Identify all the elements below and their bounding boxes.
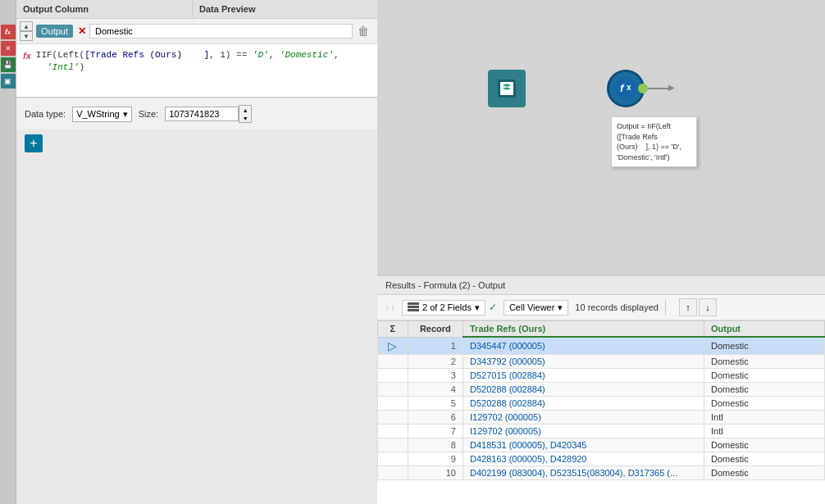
- table-row[interactable]: 8 D418531 (000005), D420345 Domestic: [378, 438, 825, 452]
- row-icon-cell: [378, 465, 408, 479]
- record-header: Record: [408, 321, 463, 338]
- row-icon-cell: [378, 382, 408, 396]
- record-number: 6: [408, 410, 463, 424]
- data-type-row: Data type: V_WString ▾ Size: ▲ ▼: [16, 98, 377, 129]
- record-number: 4: [408, 382, 463, 396]
- book-node-icon[interactable]: [488, 70, 526, 107]
- toolbar-dots: ⋮⋮: [384, 304, 395, 311]
- nav-down-btn[interactable]: ↓: [699, 298, 717, 316]
- formula-text[interactable]: IIF(Left([Trade Refs (Ours) ], 1) == 'D'…: [36, 49, 340, 75]
- nav-up-btn[interactable]: ↑: [679, 298, 697, 316]
- row-icon-cell: [378, 424, 408, 438]
- trade-refs-cell: D520288 (002884): [463, 396, 704, 410]
- divider: [665, 299, 666, 316]
- trade-refs-cell: I129702 (000005): [463, 410, 704, 424]
- tooltip-text: Output = IIF(Left ([Trade Refs (Ours) ],…: [617, 122, 681, 161]
- add-btn-row: +: [16, 129, 377, 157]
- output-cell: Domestic: [704, 452, 824, 465]
- row-icon-cell: [378, 410, 408, 424]
- output-header[interactable]: Output: [704, 321, 824, 338]
- table-row[interactable]: 6 I129702 (000005) Intl: [378, 410, 825, 424]
- checkmark-icon: ✓: [489, 302, 497, 313]
- records-count: 10 records displayed: [575, 302, 659, 312]
- data-type-label: Data type:: [25, 109, 66, 119]
- book-node[interactable]: [488, 70, 526, 107]
- table-row[interactable]: 4 D520288 (002884) Domestic: [378, 382, 825, 396]
- svg-rect-5: [408, 302, 419, 305]
- output-row: ▲ ▼ Output ✕ Domestic 🗑: [16, 19, 377, 44]
- formula-node-dot: [638, 84, 648, 93]
- delete-x[interactable]: ✕: [78, 25, 86, 37]
- output-label: Output: [36, 25, 73, 38]
- output-cell: Domestic: [704, 368, 824, 382]
- formula-node[interactable]: f x: [607, 70, 645, 107]
- data-type-select[interactable]: V_WString ▾: [72, 107, 132, 122]
- left-panel-header: Output Column Data Preview: [16, 0, 377, 19]
- table-row[interactable]: ▷ 1 D345447 (000005) Domestic: [378, 337, 825, 354]
- record-number: 2: [408, 354, 463, 368]
- cell-viewer-btn[interactable]: Cell Viewer ▾: [504, 300, 568, 316]
- output-cell: Intl: [704, 424, 824, 438]
- formula-node-outer: f x: [607, 70, 645, 107]
- left-sidebar: fx ✕ 💾 ▣: [0, 0, 16, 504]
- table-row[interactable]: 9 D428163 (000005), D428920 Domestic: [378, 452, 825, 465]
- svg-rect-7: [408, 309, 419, 311]
- db-icon[interactable]: ▣: [1, 74, 16, 89]
- results-table-wrapper[interactable]: Σ Record Trade Refs (Ours) Output ▷ 1 D3…: [377, 320, 825, 501]
- trade-refs-cell: D345447 (000005): [463, 337, 704, 354]
- size-label: Size:: [139, 109, 158, 119]
- output-column-header: Output Column: [16, 0, 193, 18]
- table-row[interactable]: 5 D520288 (002884) Domestic: [378, 396, 825, 410]
- add-icon: +: [30, 136, 37, 151]
- domestic-tag[interactable]: Domestic: [89, 24, 353, 39]
- size-spinner[interactable]: ▲ ▼: [239, 105, 252, 123]
- spin-up[interactable]: ▲: [239, 106, 251, 114]
- record-number: 5: [408, 396, 463, 410]
- table-row[interactable]: 3 D527015 (002884) Domestic: [378, 368, 825, 382]
- trade-refs-cell: D428163 (000005), D428920: [463, 452, 704, 465]
- formula-area[interactable]: fx IIF(Left([Trade Refs (Ours) ], 1) == …: [16, 44, 377, 98]
- formula-icon[interactable]: fx: [1, 25, 16, 39]
- size-input[interactable]: [165, 107, 239, 121]
- arrow-up[interactable]: ▲: [20, 21, 33, 31]
- workflow-canvas: ▶ f x Output = IIF(Left ([Tr: [377, 0, 825, 275]
- formula-fx-icon: fx: [23, 51, 31, 61]
- results-table: Σ Record Trade Refs (Ours) Output ▷ 1 D3…: [377, 320, 825, 480]
- record-number: 1: [408, 337, 463, 354]
- add-button[interactable]: +: [25, 134, 43, 152]
- output-cell: Domestic: [704, 354, 824, 368]
- x-icon[interactable]: ✕: [1, 41, 16, 56]
- data-type-value: V_WString: [76, 109, 120, 119]
- cell-viewer-dropdown: ▾: [558, 302, 563, 313]
- data-preview-header: Data Preview: [193, 0, 377, 18]
- fields-selector[interactable]: 2 of 2 Fields ▾: [402, 300, 485, 316]
- trade-refs-cell: D343792 (000005): [463, 354, 704, 368]
- output-cell: Domestic: [704, 396, 824, 410]
- trade-refs-header[interactable]: Trade Refs (Ours): [463, 321, 704, 338]
- save-icon[interactable]: 💾: [1, 57, 16, 72]
- table-row[interactable]: 10 D402199 (083004), D523515(083004), D3…: [378, 465, 825, 479]
- arrow-down[interactable]: ▼: [20, 31, 33, 41]
- record-number: 3: [408, 368, 463, 382]
- record-number: 10: [408, 465, 463, 479]
- row-icon-cell: [378, 438, 408, 452]
- dropdown-arrow: ▾: [123, 109, 128, 120]
- table-row[interactable]: 7 I129702 (000005) Intl: [378, 424, 825, 438]
- row-icon-cell: ▷: [378, 337, 408, 354]
- fields-dropdown: ▾: [475, 302, 480, 313]
- output-cell: Domestic: [704, 465, 824, 479]
- fields-count: 2 of 2 Fields: [422, 302, 472, 312]
- sum-header: Σ: [378, 321, 408, 338]
- record-number: 8: [408, 438, 463, 452]
- trash-icon[interactable]: 🗑: [353, 23, 374, 39]
- cell-viewer-label: Cell Viewer: [509, 302, 554, 312]
- spin-down[interactable]: ▼: [239, 114, 251, 122]
- record-number: 7: [408, 424, 463, 438]
- row-icon-cell: [378, 452, 408, 465]
- row-arrows[interactable]: ▲ ▼: [20, 21, 33, 41]
- table-row[interactable]: 2 D343792 (000005) Domestic: [378, 354, 825, 368]
- trade-refs-cell: D520288 (002884): [463, 382, 704, 396]
- svg-point-2: [615, 78, 636, 99]
- trade-refs-cell: D402199 (083004), D523515(083004), D3173…: [463, 465, 704, 479]
- output-cell: Domestic: [704, 438, 824, 452]
